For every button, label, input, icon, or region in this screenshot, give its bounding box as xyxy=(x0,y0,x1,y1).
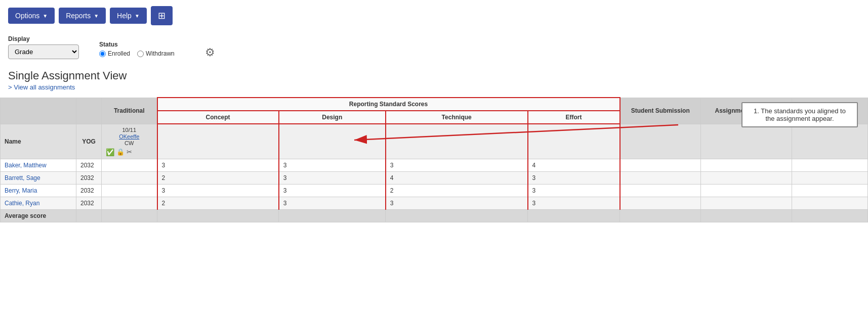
settings-icon[interactable]: ⚙ xyxy=(205,46,215,59)
status-control: Status Enrolled Withdrawn xyxy=(99,41,175,59)
assignment-icons: ✅ 🔒 ✂ xyxy=(106,148,153,156)
callout-1: 1. The standards you aligned to the assi… xyxy=(741,102,858,127)
help-button[interactable]: Help ▼ xyxy=(110,8,147,24)
average-effort xyxy=(528,209,620,222)
effort-3[interactable]: 3 xyxy=(528,197,620,209)
enrolled-text: Enrolled xyxy=(108,50,130,57)
submission-2 xyxy=(620,184,701,197)
table-row: Cathie, Ryan 2032 2 3 3 3 xyxy=(1,197,868,209)
status-radio-group: Enrolled Withdrawn xyxy=(99,50,175,59)
enrolled-radio[interactable] xyxy=(99,51,106,57)
options-label: Options xyxy=(15,12,39,20)
average-design xyxy=(279,209,386,222)
average-concept xyxy=(157,209,279,222)
technique-0[interactable]: 3 xyxy=(386,159,528,171)
page-title-area: Single Assignment View > View all assign… xyxy=(0,65,868,93)
header-row-1: Traditional Reporting Standard Scores St… xyxy=(1,98,868,111)
enrolled-radio-label[interactable]: Enrolled xyxy=(99,50,130,57)
check-circle-icon: ✅ xyxy=(106,148,114,156)
assignment-link[interactable]: OKeeffe xyxy=(119,133,139,140)
help-label: Help xyxy=(117,12,132,20)
feedback-2 xyxy=(701,184,792,197)
header-student-submission: Student Submission xyxy=(620,98,701,124)
concept-1[interactable]: 2 xyxy=(157,171,279,184)
withdrawn-text: Withdrawn xyxy=(146,50,175,57)
effort-2[interactable]: 3 xyxy=(528,184,620,197)
student-name-3[interactable]: Cathie, Ryan xyxy=(1,197,76,209)
submission-1 xyxy=(620,171,701,184)
options-button[interactable]: Options ▼ xyxy=(8,8,55,24)
grid-icon: ⊞ xyxy=(158,11,166,21)
average-submission xyxy=(620,209,701,222)
yog-3: 2032 xyxy=(76,197,102,209)
reports-label: Reports xyxy=(66,12,91,20)
average-label: Average score xyxy=(1,209,76,222)
student-name-0[interactable]: Baker, Matthew xyxy=(1,159,76,171)
header-row-3: Name YOG 10/11 OKeeffe CW ✅ 🔒 ✂ xyxy=(1,124,868,159)
options-arrow-icon: ▼ xyxy=(43,13,48,19)
help-arrow-icon: ▼ xyxy=(135,13,140,19)
header-traditional: Traditional xyxy=(102,98,157,124)
yog-2: 2032 xyxy=(76,184,102,197)
design-3[interactable]: 3 xyxy=(279,197,386,209)
header-effort: Effort xyxy=(528,111,620,124)
effort-sub xyxy=(528,124,620,159)
traditional-0[interactable] xyxy=(102,159,157,171)
assignment-detail-cell: 10/11 OKeeffe CW ✅ 🔒 ✂ xyxy=(102,124,157,159)
average-yog xyxy=(76,209,102,222)
traditional-1[interactable] xyxy=(102,171,157,184)
withdrawn-radio-label[interactable]: Withdrawn xyxy=(137,50,175,57)
grid-view-button[interactable]: ⊞ xyxy=(151,6,173,25)
traditional-2[interactable] xyxy=(102,184,157,197)
display-control: Display Grade Points Percentage xyxy=(8,35,79,59)
notes-3 xyxy=(792,197,868,209)
notes-0 xyxy=(792,159,868,171)
student-name-2[interactable]: Berry, Maria xyxy=(1,184,76,197)
status-label: Status xyxy=(99,41,175,48)
student-name-1[interactable]: Barrett, Sage xyxy=(1,171,76,184)
view-all-assignments-link[interactable]: > View all assignments xyxy=(8,83,75,91)
concept-2[interactable]: 3 xyxy=(157,184,279,197)
technique-3[interactable]: 3 xyxy=(386,197,528,209)
table-row: Berry, Maria 2032 3 3 2 3 xyxy=(1,184,868,197)
average-traditional xyxy=(102,209,157,222)
header-concept: Concept xyxy=(157,111,279,124)
traditional-3[interactable] xyxy=(102,197,157,209)
effort-0[interactable]: 4 xyxy=(528,159,620,171)
toolbar: Options ▼ Reports ▼ Help ▼ ⊞ xyxy=(0,0,868,31)
assignment-cw: CW xyxy=(106,140,153,146)
header-yog xyxy=(76,98,102,124)
concept-sub xyxy=(157,124,279,159)
effort-1[interactable]: 3 xyxy=(528,171,620,184)
header-name-label: Name xyxy=(1,124,76,159)
display-select[interactable]: Grade Points Percentage xyxy=(8,44,79,59)
concept-3[interactable]: 2 xyxy=(157,197,279,209)
notes-2 xyxy=(792,184,868,197)
assignment-date: 10/11 xyxy=(106,127,153,133)
average-technique xyxy=(386,209,528,222)
table-row: Baker, Matthew 2032 3 3 3 4 xyxy=(1,159,868,171)
technique-2[interactable]: 2 xyxy=(386,184,528,197)
callout-1-text: 1. The standards you aligned to the assi… xyxy=(754,107,846,122)
submission-0 xyxy=(620,159,701,171)
notes-1 xyxy=(792,171,868,184)
design-sub xyxy=(279,124,386,159)
average-row: Average score xyxy=(1,209,868,222)
feedback-sub xyxy=(701,124,792,159)
reports-button[interactable]: Reports ▼ xyxy=(59,8,106,24)
display-label: Display xyxy=(8,35,79,42)
submission-sub xyxy=(620,124,701,159)
feedback-0 xyxy=(701,159,792,171)
notes-sub xyxy=(792,124,868,159)
design-1[interactable]: 3 xyxy=(279,171,386,184)
design-0[interactable]: 3 xyxy=(279,159,386,171)
annotation-area: Traditional Reporting Standard Scores St… xyxy=(0,97,868,222)
header-technique: Technique xyxy=(386,111,528,124)
concept-0[interactable]: 3 xyxy=(157,159,279,171)
average-feedback xyxy=(701,209,792,222)
withdrawn-radio[interactable] xyxy=(137,51,144,57)
yog-1: 2032 xyxy=(76,171,102,184)
controls-row: Display Grade Points Percentage Status E… xyxy=(0,31,868,65)
technique-1[interactable]: 4 xyxy=(386,171,528,184)
design-2[interactable]: 3 xyxy=(279,184,386,197)
